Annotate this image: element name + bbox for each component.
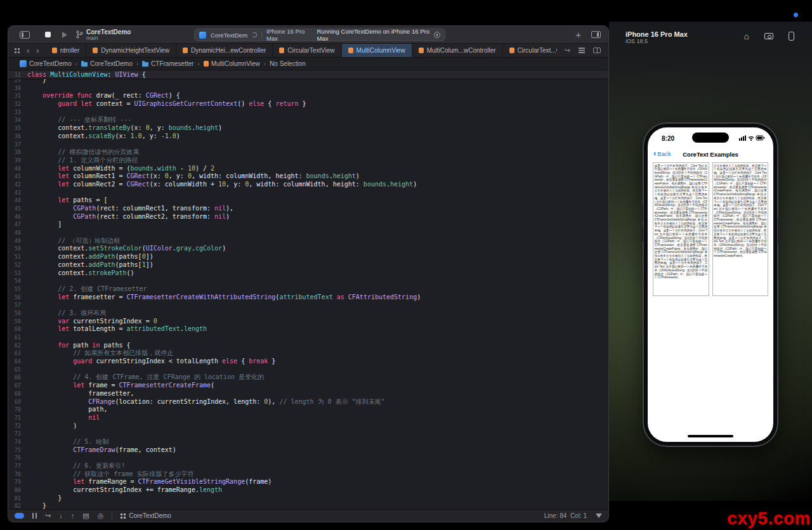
line-number[interactable]: 30 (8, 84, 27, 93)
line-number[interactable]: 68 (8, 390, 27, 398)
code-line-54: 54 (8, 277, 608, 285)
notification-bell-icon[interactable] (434, 32, 440, 38)
line-number[interactable]: 33 (8, 108, 27, 117)
breakpoints-toggle[interactable] (15, 513, 24, 519)
home-icon[interactable]: ⌂ (744, 32, 749, 41)
run-button[interactable] (62, 32, 67, 38)
scheme-selector[interactable]: CoreTextDemo main (76, 29, 131, 41)
code-editor[interactable]: 29 }3031 override func draw(_ rect: CGRe… (8, 79, 608, 509)
line-number[interactable]: 61 (8, 333, 27, 342)
line-number[interactable]: 39 (8, 157, 27, 165)
line-number[interactable]: 36 (8, 132, 27, 141)
caret-position: Line: 84 Col: 1 (544, 512, 587, 519)
step-out-icon[interactable]: ↑ (71, 512, 75, 519)
line-number[interactable]: 59 (8, 318, 27, 326)
navigator-toggle-icon[interactable] (20, 31, 30, 39)
line-number[interactable]: 72 (8, 422, 27, 430)
breadcrumb-item-CoreTextDemo[interactable]: CoreTextDemo (20, 60, 72, 67)
line-number[interactable]: 53 (8, 269, 27, 278)
line-number[interactable]: 81 (8, 494, 27, 503)
iphone-screen[interactable]: 8:20 ‹ Back (648, 127, 773, 442)
line-number[interactable]: 49 (8, 237, 27, 245)
step-over-icon[interactable]: ↪ (45, 512, 51, 519)
line-number[interactable]: 66 (8, 373, 27, 382)
line-number[interactable]: 69 (8, 398, 27, 406)
line-number[interactable]: 38 (8, 148, 27, 157)
line-number[interactable]: 79 (8, 478, 27, 486)
line-number[interactable]: 48 (8, 229, 27, 237)
line-number[interactable]: 58 (8, 309, 27, 318)
line-number[interactable]: 77 (8, 462, 27, 470)
line-number[interactable]: 35 (8, 124, 27, 132)
line-number[interactable]: 80 (8, 486, 27, 494)
line-number[interactable]: 70 (8, 406, 27, 414)
add-editor-icon[interactable] (593, 48, 601, 53)
line-number[interactable]: 43 (8, 189, 27, 197)
library-plus-button[interactable]: + (575, 30, 581, 39)
line-number[interactable]: 75 (8, 446, 27, 455)
line-number[interactable]: 73 (8, 430, 27, 438)
tab-DynamicHei-ewController[interactable]: DynamicHei...ewController (176, 44, 273, 57)
line-number[interactable]: 45 (8, 205, 27, 213)
line-number[interactable]: 52 (8, 261, 27, 269)
minimap-icon[interactable] (579, 48, 585, 49)
memory-graph-icon[interactable]: ◎ (98, 512, 104, 519)
breadcrumb-item-MultiColumnView[interactable]: MultiColumnView (204, 60, 260, 67)
editor-layout-icon[interactable] (591, 31, 601, 38)
line-number[interactable]: 46 (8, 213, 27, 221)
sticky-declaration-line[interactable]: 11 class MultiColumnView: UIView { (8, 70, 608, 79)
line-number[interactable]: 62 (8, 342, 27, 350)
breadcrumb-item-CTFramesetter[interactable]: CTFramesetter (142, 60, 193, 67)
line-number[interactable]: 65 (8, 366, 27, 374)
code-text: for path in paths { (27, 342, 131, 350)
view-hierarchy-icon[interactable]: ▤ (82, 512, 89, 519)
line-number[interactable]: 37 (8, 141, 27, 149)
line-number[interactable]: 50 (8, 245, 27, 253)
line-number[interactable]: 55 (8, 285, 27, 294)
line-number[interactable]: 32 (8, 100, 27, 108)
line-number[interactable]: 74 (8, 438, 27, 446)
line-number[interactable]: 54 (8, 277, 27, 285)
tab-CircularTextView[interactable]: CircularTextView (273, 44, 341, 57)
forward-chevron[interactable]: › (36, 46, 39, 55)
filter-icon[interactable] (596, 514, 602, 518)
line-number[interactable]: 47 (8, 221, 27, 229)
device-bezel-icon[interactable] (789, 32, 794, 41)
line-number[interactable]: 71 (8, 414, 27, 422)
code-text: // 获取这个 frame 实际排版了多少字符 (27, 470, 193, 479)
breadcrumb-item-No-Selection[interactable]: No Selection (270, 60, 306, 67)
line-number[interactable]: 76 (8, 454, 27, 462)
line-number[interactable]: 34 (8, 116, 27, 124)
tab-MultiColumnView[interactable]: MultiColumnView (342, 44, 412, 57)
jump-back-icon[interactable]: ↪ (565, 46, 570, 55)
tab-ntroller[interactable]: ntroller (46, 44, 87, 57)
breadcrumb-item-CoreTextDemo[interactable]: CoreTextDemo (81, 60, 133, 67)
tab-MultiColum-wController[interactable]: MultiColum...wController (412, 44, 503, 57)
line-number[interactable]: 57 (8, 301, 27, 309)
line-number[interactable]: 63 (8, 349, 27, 358)
line-number[interactable]: 44 (8, 197, 27, 205)
step-into-icon[interactable]: ↓ (59, 512, 63, 519)
line-number[interactable]: 60 (8, 325, 27, 333)
tab-overview-icon[interactable] (15, 48, 16, 50)
line-number[interactable]: 31 (8, 92, 27, 100)
screenshot-camera-icon[interactable] (764, 33, 773, 39)
line-number[interactable]: 67 (8, 382, 27, 390)
line-number[interactable]: 82 (8, 502, 27, 509)
pause-icon[interactable] (32, 513, 37, 519)
line-number[interactable]: 41 (8, 172, 27, 181)
line-number[interactable]: 42 (8, 181, 27, 189)
running-target[interactable]: CoreTextDemo (121, 512, 171, 519)
tab-CircularText-wController[interactable]: CircularText...wController (503, 44, 557, 57)
line-number[interactable]: 29 (8, 79, 27, 84)
activity-view[interactable]: CoreTextDem iPhone 16 Pro Max Running Co… (194, 29, 445, 41)
back-chevron[interactable]: ‹ (27, 46, 29, 55)
line-number[interactable]: 40 (8, 165, 27, 173)
tab-DynamicHeightTextView[interactable]: DynamicHeightTextView (86, 44, 176, 57)
line-number[interactable]: 56 (8, 294, 27, 302)
line-number[interactable]: 64 (8, 358, 27, 366)
line-number[interactable]: 51 (8, 253, 27, 261)
back-button[interactable]: ‹ Back (653, 150, 671, 157)
stop-button[interactable] (45, 32, 51, 37)
line-number[interactable]: 78 (8, 470, 27, 479)
